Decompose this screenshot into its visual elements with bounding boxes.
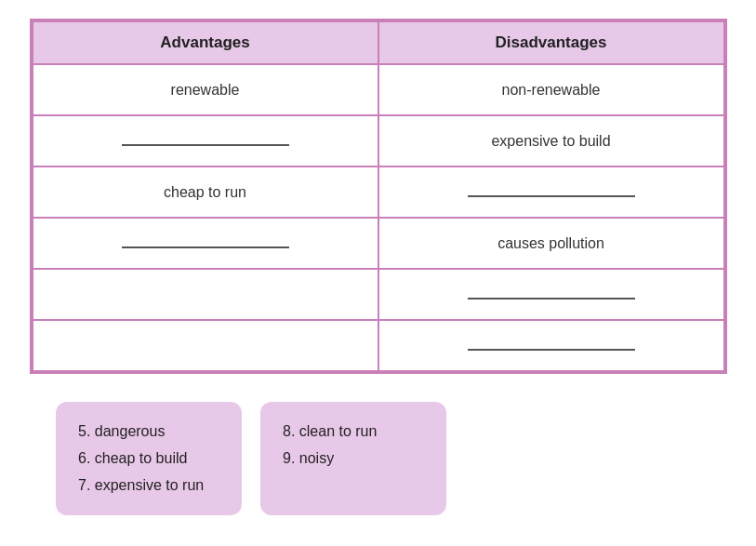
- blank-line: [468, 298, 635, 300]
- table-row: [33, 320, 724, 371]
- disadv-cell-5: [378, 269, 724, 320]
- disadv-cell-3: [378, 166, 724, 218]
- table-row: causes pollution: [33, 218, 724, 269]
- disadv-cell-2: expensive to build: [378, 115, 724, 166]
- adv-cell-5: [33, 269, 378, 320]
- adv-cell-4: [33, 218, 378, 269]
- disadv-cell-4: causes pollution: [378, 218, 724, 269]
- disadv-cell-6: [378, 320, 724, 371]
- table-row: cheap to run: [33, 166, 724, 218]
- table-row: [33, 269, 724, 320]
- table-container: Advantages Disadvantages renewable non-r…: [30, 19, 727, 374]
- word-box-item: 6. cheap to build: [78, 446, 219, 473]
- table-row: renewable non-renewable: [33, 64, 724, 115]
- blank-line: [122, 144, 289, 146]
- word-box-item: 9. noisy: [283, 446, 424, 473]
- word-box-1: 5. dangerous 6. cheap to build 7. expens…: [56, 402, 242, 515]
- word-box-2: 8. clean to run 9. noisy: [260, 402, 446, 515]
- blank-line: [468, 195, 635, 197]
- word-box-item: 8. clean to run: [283, 419, 424, 446]
- disadv-cell-1: non-renewable: [378, 64, 724, 115]
- word-box-item: 5. dangerous: [78, 419, 219, 446]
- adv-cell-3: cheap to run: [33, 166, 378, 218]
- word-box-item: 7. expensive to run: [78, 473, 219, 499]
- advantages-header: Advantages: [33, 21, 378, 64]
- word-boxes-container: 5. dangerous 6. cheap to build 7. expens…: [28, 402, 728, 515]
- advantages-table: Advantages Disadvantages renewable non-r…: [32, 20, 725, 372]
- blank-line: [468, 349, 635, 351]
- blank-line: [122, 246, 289, 248]
- table-row: expensive to build: [33, 115, 724, 166]
- adv-cell-1: renewable: [33, 64, 378, 115]
- adv-cell-2: [33, 115, 378, 166]
- disadvantages-header: Disadvantages: [378, 21, 724, 64]
- adv-cell-6: [33, 320, 378, 371]
